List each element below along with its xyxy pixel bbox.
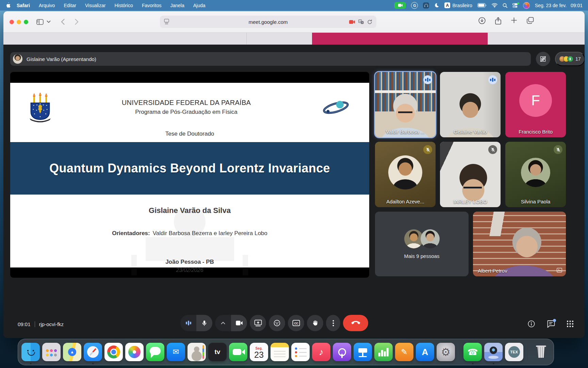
camera-control [215, 315, 247, 331]
dock-icon-contacts[interactable] [187, 343, 206, 361]
dock-icon-settings[interactable]: ⚙ [437, 343, 455, 361]
new-tab-button[interactable] [511, 17, 517, 25]
dock-icon-trash[interactable] [532, 343, 550, 361]
tile-valdir-barbosa[interactable]: Valdir Barbosa ... [375, 72, 436, 137]
meet-app: Gislaine Varão (Apresentando) 17 [3, 45, 585, 338]
change-layout-button[interactable] [536, 52, 550, 66]
menu-extra-icon[interactable] [423, 2, 429, 9]
dock-icon-appstore[interactable]: A [416, 343, 434, 361]
tab-overview-button[interactable] [527, 17, 534, 25]
dock-icon-finder[interactable] [21, 343, 40, 361]
tile-silvina-paola[interactable]: Silvina Paola [505, 142, 566, 207]
dock-icon-keynote[interactable] [354, 343, 372, 361]
dock-icon-safari[interactable] [84, 343, 102, 361]
camera-icon [398, 4, 403, 7]
menubar-item-ajuda[interactable]: Ajuda [193, 3, 206, 8]
camera-options-button[interactable] [215, 315, 231, 331]
tile-more-people[interactable]: Mais 9 pessoas [375, 212, 469, 276]
slide-author: Gislaine Varão da Silva [10, 206, 369, 215]
participants-button[interactable]: 17 [555, 52, 585, 66]
tile-adailton-azevedo[interactable]: Adailton Azeve... [375, 142, 436, 207]
apple-menu[interactable] [5, 2, 11, 8]
menubar-item-janela[interactable]: Janela [170, 3, 184, 8]
back-button[interactable] [61, 19, 65, 25]
reactions-button[interactable] [269, 315, 285, 331]
dock-icon-maps[interactable]: ▲ [63, 343, 81, 361]
spotlight-menu[interactable] [503, 3, 507, 8]
screen-recording-indicator[interactable] [394, 2, 406, 9]
svg-text:CC: CC [294, 322, 298, 325]
present-button[interactable] [250, 315, 266, 331]
presenter-name: Gislaine Varão (Apresentando) [27, 56, 96, 62]
sidebar-toggle-button[interactable] [36, 19, 44, 25]
end-call-button[interactable] [343, 315, 368, 331]
dock-icon-notes[interactable] [271, 343, 289, 361]
mic-icon [201, 320, 208, 327]
grammarly-menu-icon[interactable]: G [411, 2, 418, 9]
dock-icon-calendar[interactable]: Seg. 23 [250, 343, 268, 361]
tile-francisco-brito[interactable]: F Francisco Brito [505, 72, 566, 137]
menubar-item-editar[interactable]: Editar [64, 3, 76, 8]
menubar-item-safari[interactable]: Safari [17, 3, 30, 8]
share-button[interactable] [495, 17, 501, 25]
camera-button[interactable] [231, 315, 247, 331]
activities-button[interactable] [567, 320, 574, 327]
participant-name: Valdir Barbosa ... [375, 129, 436, 135]
page-settings-icon[interactable] [164, 19, 169, 25]
user-profile-icon[interactable] [523, 2, 530, 9]
tile-iarley-lobo[interactable]: IARLEY LOBO [440, 142, 501, 207]
dock-icon-glyph: ⚙ [441, 346, 451, 358]
dock-icon-texshop[interactable]: TEX [505, 343, 523, 361]
running-indicator-dot [92, 363, 94, 365]
tile-gislaine-varao[interactable]: Gislaine Varão [440, 72, 501, 137]
dock-icon-messages[interactable] [146, 343, 164, 361]
dock-icon-appletv[interactable]: tv [208, 343, 227, 361]
download-icon [478, 17, 486, 24]
dock-icon-reminders[interactable] [291, 343, 310, 361]
dock-icon-launchpad[interactable] [42, 343, 61, 361]
menubar-item-arquivo[interactable]: Arquivo [39, 3, 55, 8]
focus-mode-indicator[interactable] [434, 3, 439, 8]
menubar-item-historico[interactable]: Histórico [114, 3, 133, 8]
dock-icon-whatsapp[interactable]: ☎ [463, 343, 482, 361]
dock-icon-pages[interactable]: ✎ [395, 343, 413, 361]
menubar-clock[interactable]: Seg. 23 de fev. 09:01 [535, 3, 583, 8]
raise-hand-button[interactable] [307, 315, 323, 331]
running-indicator-dot [30, 363, 32, 365]
input-source-menu[interactable]: A Brasileiro [444, 2, 472, 8]
dock-icon-podcasts[interactable] [333, 343, 351, 361]
battery-indicator[interactable] [477, 3, 487, 7]
dock-icon-chrome[interactable] [104, 343, 123, 361]
menubar-item-visualizar[interactable]: Visualizar [85, 3, 105, 8]
meeting-details-button[interactable] [527, 320, 535, 328]
mic-button[interactable] [196, 315, 212, 331]
wifi-menu[interactable] [492, 3, 497, 7]
more-options-button[interactable] [326, 315, 340, 331]
captions-button[interactable]: CC [288, 315, 304, 331]
forward-button[interactable] [75, 19, 79, 25]
dock-icon-glyph [378, 348, 389, 356]
minimize-window-button[interactable] [17, 20, 21, 24]
dock-icon-numbers[interactable] [374, 343, 393, 361]
participant-avatars [559, 56, 573, 62]
reload-button[interactable] [367, 19, 372, 25]
dock-icon-photos[interactable] [125, 343, 144, 361]
menubar-item-favoritos[interactable]: Favoritos [142, 3, 162, 8]
dock-icon-mail[interactable]: ✉ [167, 343, 185, 361]
advisors-names: Valdir Barbosa Bezerra e Iarley Pereira … [153, 230, 267, 236]
dock-icon-camera-app[interactable] [484, 343, 503, 361]
zoom-window-button[interactable] [24, 20, 28, 24]
translate-button[interactable]: Aa [358, 19, 364, 24]
close-window-button[interactable] [10, 20, 14, 24]
menubar-status: G A Brasileiro Seg. 23 de fev. 09:01 [394, 2, 583, 9]
address-bar[interactable]: meet.google.com Aa [160, 16, 376, 28]
menubar-date: Seg. 23 de fev. [535, 3, 567, 8]
dock-icon-facetime[interactable] [229, 343, 247, 361]
downloads-button[interactable] [478, 17, 486, 25]
tile-albert-petrov[interactable]: Albert Petrov [473, 212, 566, 276]
macos-dock: ▲ [18, 339, 554, 365]
dock-icon-music[interactable]: ♪ [312, 343, 330, 361]
sidebar-chevron-button[interactable] [47, 20, 51, 23]
chat-button[interactable] [547, 320, 555, 328]
control-center-menu[interactable] [512, 3, 518, 8]
